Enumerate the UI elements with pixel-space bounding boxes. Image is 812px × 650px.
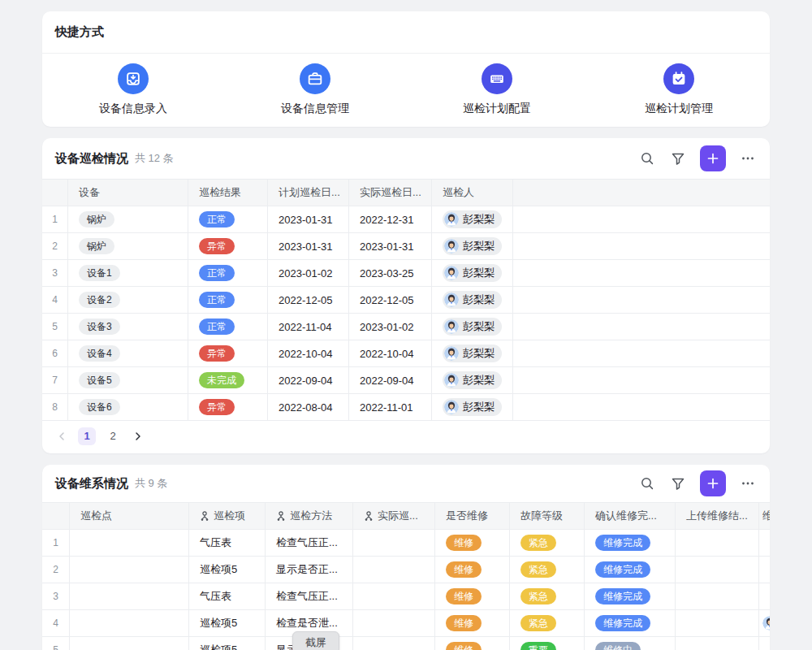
cell-plan[interactable]: 2023-01-31 xyxy=(268,233,349,259)
cell-extra[interactable] xyxy=(759,583,770,609)
cell-plan[interactable]: 2023-01-31 xyxy=(268,206,349,232)
cell-item[interactable]: 气压表 xyxy=(189,583,266,609)
cell-confirm[interactable]: 维修中 xyxy=(585,637,676,650)
cell-plan[interactable]: 2022-12-05 xyxy=(268,287,349,313)
column-header-level[interactable]: 故障等级 xyxy=(510,503,585,529)
cell-item[interactable]: 巡检项5 xyxy=(189,610,266,636)
table-row[interactable]: 6设备4异常2022-10-042022-10-04彭梨梨 xyxy=(42,340,770,367)
cell-extra[interactable] xyxy=(759,610,770,636)
table-row[interactable]: 8设备6异常2022-08-042022-11-01彭梨梨 xyxy=(42,394,770,421)
table-row[interactable]: 3设备1正常2023-01-022023-03-25彭梨梨 xyxy=(42,260,770,287)
table-row[interactable]: 2锅炉异常2023-01-312023-01-31彭梨梨 xyxy=(42,233,770,260)
shortcut-plan-config[interactable]: 巡检计划配置 xyxy=(406,54,588,125)
page-button-1[interactable]: 1 xyxy=(78,427,96,445)
cell-actual[interactable]: 2023-01-31 xyxy=(349,233,432,259)
cell-repair[interactable]: 维修 xyxy=(435,610,510,636)
cell-method[interactable]: 检查气压正... xyxy=(266,530,353,556)
cell-repair[interactable]: 维修 xyxy=(435,557,510,583)
cell-item[interactable]: 巡检项5 xyxy=(189,557,266,583)
column-header-upload[interactable]: 上传维修结... xyxy=(676,503,759,529)
table-row[interactable]: 2巡检项5显示是否正...维修紧急维修完成 xyxy=(42,557,770,583)
cell-extra[interactable] xyxy=(759,557,770,583)
cell-level[interactable]: 紧急 xyxy=(510,583,585,609)
table-row[interactable]: 5巡检项5显示是否正...维修重要维修中 xyxy=(42,637,770,650)
cell-point[interactable] xyxy=(70,557,189,583)
page-prev-icon[interactable] xyxy=(54,428,70,444)
cell-level[interactable]: 重要 xyxy=(510,637,585,650)
cell-actual[interactable]: 2022-12-05 xyxy=(349,287,432,313)
cell-repair[interactable]: 维修 xyxy=(435,583,510,609)
cell-actual[interactable]: 2023-01-02 xyxy=(349,314,432,340)
add-record-button[interactable] xyxy=(700,470,726,496)
cell-extra[interactable] xyxy=(759,530,770,556)
cell-device[interactable]: 设备3 xyxy=(68,314,188,340)
cell-device[interactable]: 设备1 xyxy=(68,260,188,286)
shortcut-device-manage[interactable]: 设备信息管理 xyxy=(224,54,406,125)
cell-plan[interactable]: 2022-11-04 xyxy=(268,314,349,340)
cell-actual[interactable]: 2022-10-04 xyxy=(349,340,432,366)
add-record-button[interactable] xyxy=(700,145,726,171)
column-header-extra[interactable]: 维修人 xyxy=(759,503,770,529)
cell-confirm[interactable]: 维修完成 xyxy=(585,530,676,556)
page-button-2[interactable]: 2 xyxy=(104,427,122,445)
column-header-device[interactable]: 设备 xyxy=(68,180,188,206)
column-header-person[interactable]: 巡检人 xyxy=(432,180,513,206)
cell-point[interactable] xyxy=(70,583,189,609)
cell-actualv[interactable] xyxy=(353,530,435,556)
shortcut-plan-manage[interactable]: 巡检计划管理 xyxy=(588,54,770,125)
page-next-icon[interactable] xyxy=(130,428,146,444)
cell-device[interactable]: 设备6 xyxy=(68,394,188,420)
table-row[interactable]: 1气压表检查气压正...维修紧急维修完成 xyxy=(42,530,770,557)
cell-plan[interactable]: 2022-09-04 xyxy=(268,367,349,393)
cell-point[interactable] xyxy=(70,637,189,650)
cell-upload[interactable] xyxy=(676,610,759,636)
cell-person[interactable]: 彭梨梨 xyxy=(432,233,513,259)
cell-result[interactable]: 正常 xyxy=(188,287,268,313)
filter-icon[interactable] xyxy=(669,150,687,167)
cell-result[interactable]: 正常 xyxy=(188,206,268,232)
table-row[interactable]: 7设备5未完成2022-09-042022-09-04彭梨梨 xyxy=(42,367,770,394)
cell-plan[interactable]: 2023-01-02 xyxy=(268,260,349,286)
cell-result[interactable]: 异常 xyxy=(188,340,268,366)
cell-method[interactable]: 显示是否正... xyxy=(266,557,353,583)
cell-result[interactable]: 未完成 xyxy=(188,367,268,393)
cell-level[interactable]: 紧急 xyxy=(510,557,585,583)
shortcut-device-entry[interactable]: 设备信息录入 xyxy=(42,54,224,125)
cell-person[interactable]: 彭梨梨 xyxy=(432,287,513,313)
table-row[interactable]: 4设备2正常2022-12-052022-12-05彭梨梨 xyxy=(42,287,770,314)
cell-device[interactable]: 锅炉 xyxy=(68,233,188,259)
column-header-actual[interactable]: 实际巡检日... xyxy=(349,180,432,206)
table-row[interactable]: 5设备3正常2022-11-042023-01-02彭梨梨 xyxy=(42,314,770,340)
cell-confirm[interactable]: 维修完成 xyxy=(585,583,676,609)
cell-point[interactable] xyxy=(70,530,189,556)
cell-level[interactable]: 紧急 xyxy=(510,530,585,556)
cell-point[interactable] xyxy=(70,610,189,636)
cell-upload[interactable] xyxy=(676,583,759,609)
column-header-actualv[interactable]: 实际巡... xyxy=(353,503,435,529)
cell-confirm[interactable]: 维修完成 xyxy=(585,610,676,636)
cell-actual[interactable]: 2022-11-01 xyxy=(349,394,432,420)
table-row[interactable]: 3气压表检查气压正...维修紧急维修完成 xyxy=(42,583,770,610)
cell-device[interactable]: 设备5 xyxy=(68,367,188,393)
table-row[interactable]: 4巡检项5检查是否泄...维修紧急维修完成 xyxy=(42,610,770,637)
cell-actualv[interactable] xyxy=(353,610,435,636)
cell-upload[interactable] xyxy=(676,530,759,556)
cell-item[interactable]: 巡检项5 xyxy=(189,637,266,650)
column-header-method[interactable]: 巡检方法 xyxy=(266,503,353,529)
cell-device[interactable]: 设备2 xyxy=(68,287,188,313)
cell-result[interactable]: 异常 xyxy=(188,394,268,420)
cell-actualv[interactable] xyxy=(353,583,435,609)
cell-person[interactable]: 彭梨梨 xyxy=(432,206,513,232)
cell-person[interactable]: 彭梨梨 xyxy=(432,260,513,286)
column-header-item[interactable]: 巡检项 xyxy=(189,503,266,529)
cell-person[interactable]: 彭梨梨 xyxy=(432,367,513,393)
cell-repair[interactable]: 维修 xyxy=(435,530,510,556)
cell-person[interactable]: 彭梨梨 xyxy=(432,340,513,366)
cell-upload[interactable] xyxy=(676,637,759,650)
cell-actualv[interactable] xyxy=(353,557,435,583)
cell-extra[interactable] xyxy=(759,637,770,650)
column-header-plan[interactable]: 计划巡检日... xyxy=(268,180,349,206)
cell-result[interactable]: 正常 xyxy=(188,314,268,340)
search-icon[interactable] xyxy=(638,474,656,492)
table-row[interactable]: 1锅炉正常2023-01-312022-12-31彭梨梨 xyxy=(42,206,770,233)
